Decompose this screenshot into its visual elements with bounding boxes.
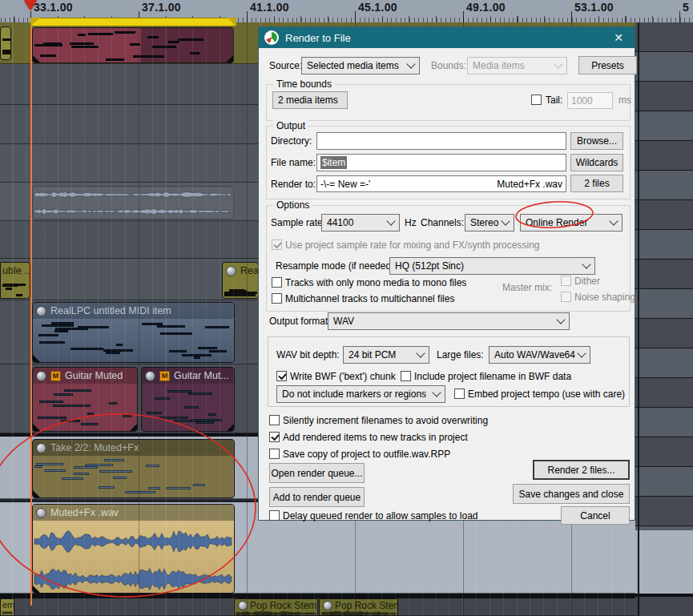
browse-button[interactable]: Browse...	[570, 132, 623, 150]
multichannel-label: Multichannel tracks to multichannel file…	[285, 293, 454, 304]
markers-select[interactable]: Do not include markers or regions	[276, 385, 445, 403]
bit-depth-select[interactable]: 24 bit PCM	[343, 346, 429, 364]
render-button[interactable]: Render 2 files...	[533, 460, 630, 480]
noise-shaping-label: Noise shaping	[574, 292, 635, 303]
silently-increment-label: Silently increment filenames to avoid ov…	[283, 415, 488, 426]
channels-select[interactable]: Stereo	[465, 214, 514, 232]
chevron-down-icon	[432, 388, 441, 397]
directory-label: Directory:	[271, 135, 312, 147]
presets-button[interactable]: Presets	[578, 56, 637, 74]
ruler-label: 45.1.00	[358, 1, 397, 14]
add-rendered-label: Add rendered items to new tracks in proj…	[283, 432, 468, 443]
midi-item-muted-red[interactable]	[32, 27, 234, 63]
silently-increment-checkbox[interactable]	[269, 415, 280, 425]
audio-item-muted-fx-wav[interactable]: Muted+Fx .wav	[32, 504, 235, 594]
ruler-label: 37.1.00	[142, 1, 181, 14]
large-files-select[interactable]: Auto WAV/Wave64	[489, 346, 590, 364]
media-item-partial[interactable]	[0, 26, 11, 60]
reaper-logo-icon	[264, 30, 279, 45]
audio-item-stem-left[interactable]: em	[0, 598, 14, 616]
close-icon[interactable]: ✕	[610, 31, 627, 44]
selected-track-bg	[635, 530, 693, 594]
render-mode-select[interactable]: Online Render	[520, 214, 622, 232]
chevron-down-icon	[554, 59, 562, 68]
source-select[interactable]: Selected media items	[301, 57, 420, 74]
mono-checkbox[interactable]	[272, 277, 282, 288]
bwf-filename-label: Include project filename in BWF data	[414, 371, 571, 382]
ruler-label: 5	[683, 1, 689, 14]
bounds-select: Media items	[467, 57, 567, 74]
files-count-button[interactable]: 2 files	[570, 175, 623, 192]
embed-tempo-label: Embed project tempo (use with care)	[468, 389, 625, 400]
tail-unit-label: ms	[618, 95, 631, 106]
audio-item-pop-rock-stem-2[interactable]: Pop Rock Stem	[319, 598, 398, 616]
renderto-input[interactable]: -\-= New =-' Muted+Fx .wav	[316, 175, 566, 192]
save-copy-label: Save copy of project to outfile.wav.RPP	[283, 449, 450, 460]
midi-item-rea[interactable]: Rea	[222, 262, 259, 299]
open-render-queue-button[interactable]: Open render queue...	[269, 463, 365, 483]
bwf-checkbox[interactable]	[276, 371, 287, 381]
wildcards-button[interactable]: Wildcards	[570, 154, 623, 171]
save-copy-checkbox[interactable]	[269, 449, 280, 459]
sample-rate-label: Sample rate:	[271, 217, 325, 228]
filename-input[interactable]: $item	[316, 154, 566, 171]
midi-item-take[interactable]: Take 2/2: Muted+Fx	[32, 439, 235, 498]
bottom-track-bg	[635, 594, 693, 616]
ruler-label: 33.1.00	[34, 1, 73, 14]
noise-shaping-checkbox	[561, 292, 571, 302]
chevron-down-icon	[577, 348, 586, 357]
chevron-down-icon	[406, 59, 415, 68]
bwf-filename-checkbox[interactable]	[401, 371, 411, 381]
hz-label: Hz	[405, 217, 417, 228]
add-rendered-checkbox[interactable]	[269, 432, 280, 442]
group-caption: Time bounds	[273, 79, 335, 90]
channels-label: Channels:	[421, 217, 464, 228]
sample-rate-select[interactable]: 44100	[321, 214, 400, 232]
midi-item-reallpc[interactable]: RealLPC untitled MIDI item	[32, 302, 235, 363]
group-caption: Options	[273, 199, 312, 211]
ruler-label: 53.1.00	[574, 1, 614, 14]
bit-depth-label: WAV bit depth:	[276, 349, 340, 360]
bounds-label: Bounds:	[431, 60, 466, 71]
chevron-down-icon	[386, 216, 395, 225]
tail-checkbox[interactable]	[531, 95, 542, 105]
directory-input[interactable]	[316, 132, 566, 150]
save-changes-close-button[interactable]: Save changes and close	[513, 484, 630, 504]
use-project-sr-checkbox	[272, 240, 282, 250]
play-cursor-marker-icon[interactable]	[24, 0, 37, 10]
large-files-label: Large files:	[437, 349, 484, 360]
time-bounds-button[interactable]: 2 media items	[272, 91, 348, 109]
bar-gridline	[638, 22, 639, 616]
selected-text: $item	[320, 156, 347, 169]
filename-label: File name:	[271, 157, 316, 168]
embed-tempo-checkbox[interactable]	[454, 389, 465, 399]
arrange-right-tracks[interactable]	[635, 22, 693, 616]
mono-label: Tracks with only mono media to mono file…	[285, 277, 466, 288]
render-to-file-dialog: Render to File ✕ Source: Selected media …	[258, 26, 635, 521]
add-to-render-queue-button[interactable]: Add to render queue	[269, 487, 365, 507]
delay-queued-label: Delay queued render to allow samples to …	[283, 510, 477, 521]
resample-select[interactable]: HQ (512pt Sinc)	[389, 257, 595, 275]
source-label: Source:	[269, 60, 302, 71]
tail-label: Tail:	[546, 95, 562, 106]
dither-label: Dither	[574, 276, 600, 287]
reaper-main-window: uble ... Rea RealLPC untitled MIDI item …	[0, 0, 693, 616]
audio-item-ghost[interactable]	[32, 186, 234, 219]
audio-item-pop-rock-stem-1[interactable]: Pop Rock Stem	[234, 598, 318, 616]
edit-cursor[interactable]	[30, 22, 32, 606]
use-project-sr-label: Use project sample rate for mixing and F…	[285, 240, 539, 251]
multichannel-checkbox[interactable]	[272, 293, 282, 304]
delay-queued-checkbox[interactable]	[269, 510, 280, 521]
resample-label: Resample mode (if needed):	[276, 260, 397, 272]
midi-item-guitar-muted-1[interactable]: M Guitar Muted	[32, 367, 138, 432]
output-format-select[interactable]: WAV	[328, 312, 570, 330]
midi-item-double[interactable]: uble ...	[0, 262, 30, 299]
chevron-down-icon	[582, 260, 590, 268]
loop-selection[interactable]	[30, 18, 236, 26]
cancel-button[interactable]: Cancel	[561, 506, 630, 525]
chevron-down-icon	[416, 348, 425, 357]
midi-item-guitar-muted-2[interactable]: M Guitar Mut...	[141, 367, 235, 432]
dialog-titlebar[interactable]: Render to File ✕	[259, 27, 635, 48]
renderto-label: Render to:	[271, 179, 316, 190]
ruler-label: 49.1.00	[466, 1, 506, 14]
